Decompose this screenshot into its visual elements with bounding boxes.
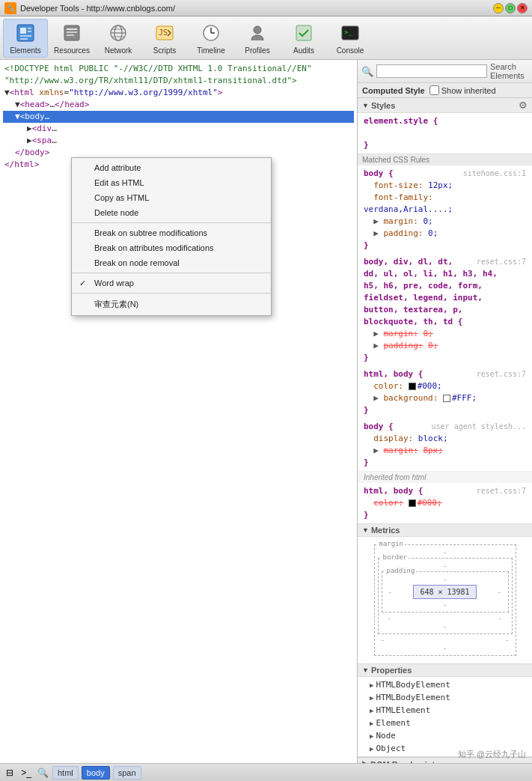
- margin-top-value: -: [442, 548, 447, 556]
- property-item-4[interactable]: ▶ Node: [358, 729, 532, 742]
- property-item-1[interactable]: ▶ HTMLBodyElement: [358, 691, 532, 704]
- tree-line-doctype2: "http://www.w3.org/TR/xhtml11/DTD/xhtml1…: [3, 75, 354, 87]
- tab-scripts[interactable]: JS Scripts: [142, 19, 187, 58]
- css-rule-inherited: reset.css:7 html, body { color: #000; }: [358, 483, 532, 523]
- ctx-break-subtree[interactable]: Break on subtree modifications: [72, 225, 271, 240]
- padding-left-value: -: [388, 588, 393, 596]
- property-item-0[interactable]: ▶ HTMLBodyElement: [358, 678, 532, 691]
- tab-resources[interactable]: Resources: [49, 19, 94, 58]
- tab-timeline[interactable]: Timeline: [189, 19, 233, 58]
- svg-rect-1: [20, 28, 26, 34]
- svg-rect-3: [28, 31, 31, 32]
- inherited-from-label: Inherited from html: [358, 471, 532, 483]
- maximize-button[interactable]: □: [505, 3, 516, 13]
- scripts-label: Scripts: [153, 46, 177, 55]
- ctx-edit-html[interactable]: Edit as HTML: [72, 175, 271, 190]
- profiles-icon: [245, 21, 269, 45]
- breadcrumb-html[interactable]: html: [52, 766, 79, 780]
- computed-style-title: Computed Style: [362, 86, 425, 95]
- properties-title: Properties: [371, 666, 412, 675]
- console-toggle[interactable]: >_: [19, 766, 33, 780]
- breadcrumb-body[interactable]: body: [82, 766, 110, 780]
- ctx-delete-node[interactable]: Delete node: [72, 205, 271, 220]
- tab-console[interactable]: >_ Console: [328, 19, 373, 58]
- matched-css-label: Matched CSS Rules: [358, 154, 532, 165]
- search-bottom[interactable]: 🔍: [36, 766, 49, 780]
- tree-line-span[interactable]: ▶<spa…: [3, 135, 354, 147]
- color-swatch-black: [409, 383, 416, 390]
- svg-rect-7: [67, 28, 77, 30]
- margin-label: margin: [378, 540, 406, 547]
- css-rule-user-agent: user agent stylesh... body { display: bl…: [358, 419, 532, 471]
- padding-top-value: -: [442, 575, 447, 583]
- ctx-inspect-element[interactable]: 审查元素(N): [72, 296, 271, 313]
- styles-gear-button[interactable]: ⚙: [519, 100, 528, 111]
- timeline-icon: [199, 21, 223, 45]
- border-right-value: -: [498, 614, 502, 622]
- title-bar: 🔧 Developer Tools - http://www.cnblogs.c…: [0, 0, 532, 16]
- svg-text:JS: JS: [159, 28, 168, 37]
- tree-line-div[interactable]: ▶<div…: [3, 123, 354, 135]
- ctx-add-attribute[interactable]: Add attribute: [72, 160, 271, 175]
- scripts-icon: JS: [153, 21, 177, 45]
- main-area: <!DOCTYPE html PUBLIC "-//W3C//DTD XHTML…: [0, 60, 532, 763]
- audits-icon: [292, 21, 316, 45]
- ctx-copy-html[interactable]: Copy as HTML: [72, 190, 271, 205]
- tab-audits[interactable]: Audits: [281, 19, 326, 58]
- resources-label: Resources: [54, 46, 90, 55]
- app-icon: 🔧: [4, 2, 16, 14]
- tree-line-html[interactable]: ▼<html xmlns="http://www.w3.org/1999/xht…: [3, 87, 354, 99]
- property-item-2[interactable]: ▶ HTMLElement: [358, 704, 532, 717]
- breadcrumb-span[interactable]: span: [113, 766, 141, 780]
- css-rule-html-body: reset.css:7 html, body { color: #000; ▶ …: [358, 366, 532, 419]
- tree-line-body[interactable]: ▼<body…: [3, 111, 354, 123]
- css-rule-element-style: element.style { }: [358, 113, 532, 154]
- svg-rect-9: [67, 34, 74, 36]
- elements-icon: [13, 21, 37, 45]
- styles-section: ▼ Styles ⚙ element.style { } Matched CSS…: [358, 98, 532, 524]
- properties-triangle: ▼: [362, 666, 369, 674]
- computed-style-header: Computed Style Show inherited: [358, 83, 532, 98]
- border-label: border: [382, 553, 409, 561]
- toolbar: Elements Resources Network: [0, 16, 532, 60]
- show-inherited-checkbox[interactable]: [429, 85, 439, 95]
- properties-section-header[interactable]: ▼ Properties: [358, 664, 532, 677]
- minimize-button[interactable]: ─: [493, 3, 504, 13]
- ctx-separator-3: [72, 293, 271, 294]
- color-swatch-white: [443, 395, 450, 402]
- border-left-value: -: [388, 614, 392, 622]
- styles-section-header[interactable]: ▼ Styles ⚙: [358, 98, 532, 113]
- right-panel: 🔍 Search Elements Computed Style Show in…: [358, 60, 532, 763]
- ctx-word-wrap[interactable]: Word wrap: [72, 276, 271, 291]
- context-menu: Add attribute Edit as HTML Copy as HTML …: [71, 157, 272, 316]
- svg-text:>_: >_: [344, 28, 352, 36]
- tree-line-doctype: <!DOCTYPE html PUBLIC "-//W3C//DTD XHTML…: [3, 63, 354, 75]
- border-top-value: -: [442, 562, 447, 570]
- metrics-section-header[interactable]: ▼ Metrics: [358, 524, 532, 537]
- network-icon: [106, 21, 130, 45]
- close-button[interactable]: ✕: [517, 3, 528, 13]
- ctx-break-attr[interactable]: Break on attributes modifications: [72, 240, 271, 255]
- dom-breakpoints-triangle: ▶: [362, 759, 368, 763]
- tab-profiles[interactable]: Profiles: [235, 19, 280, 58]
- search-input[interactable]: [376, 64, 487, 78]
- property-item-3[interactable]: ▶ Element: [358, 717, 532, 729]
- show-inherited-label[interactable]: Show inherited: [429, 85, 496, 95]
- ctx-separator-1: [72, 222, 271, 223]
- tab-elements[interactable]: Elements: [3, 19, 48, 58]
- elements-label: Elements: [10, 46, 41, 55]
- padding-bottom-value: -: [442, 601, 447, 609]
- ctx-break-removal[interactable]: Break on node removal: [72, 255, 271, 270]
- search-icon: 🔍: [361, 66, 373, 77]
- network-label: Network: [105, 46, 132, 55]
- margin-left-value: -: [381, 636, 385, 644]
- svg-rect-8: [67, 31, 77, 33]
- search-bar: 🔍 Search Elements: [358, 60, 532, 83]
- margin-bottom-value: -: [442, 644, 447, 652]
- dock-button[interactable]: ⊟: [3, 766, 16, 780]
- search-label: Search Elements: [490, 62, 528, 80]
- margin-right-value: -: [504, 636, 509, 644]
- tab-network[interactable]: Network: [96, 19, 141, 58]
- metrics-section: margin - border - padding: [358, 537, 532, 664]
- tree-line-head[interactable]: ▼<head>…</head>: [3, 99, 354, 111]
